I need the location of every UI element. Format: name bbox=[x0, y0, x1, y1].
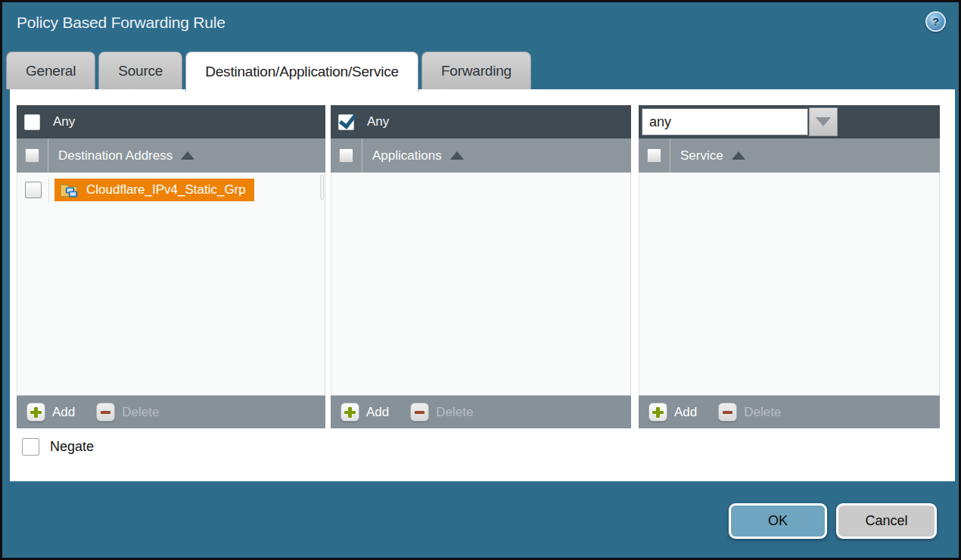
applications-panel: Any Applications Add Delete bbox=[331, 105, 631, 428]
service-footer: Add Delete bbox=[639, 395, 940, 428]
destination-list: Cloudflare_IPv4_Static_Grp bbox=[17, 173, 325, 395]
applications-delete-button[interactable]: Delete bbox=[410, 403, 473, 422]
sort-ascending-icon bbox=[450, 151, 464, 160]
tab-general[interactable]: General bbox=[6, 51, 95, 89]
delete-minus-icon bbox=[410, 403, 429, 422]
tab-destination-application-service[interactable]: Destination/Application/Service bbox=[185, 51, 418, 92]
service-delete-button[interactable]: Delete bbox=[718, 403, 781, 422]
destination-address-item[interactable]: Cloudflare_IPv4_Static_Grp bbox=[54, 179, 254, 201]
service-add-button[interactable]: Add bbox=[648, 403, 697, 422]
help-icon[interactable]: ? bbox=[925, 11, 946, 32]
applications-select-all-checkbox[interactable] bbox=[339, 148, 353, 163]
applications-any-label: Any bbox=[367, 114, 389, 129]
service-column-label: Service bbox=[680, 148, 723, 163]
destination-add-button[interactable]: Add bbox=[26, 403, 75, 422]
destination-any-header: Any bbox=[17, 105, 325, 138]
destination-address-item-label: Cloudflare_IPv4_Static_Grp bbox=[86, 182, 246, 198]
dialog-title: Policy Based Forwarding Rule bbox=[17, 14, 225, 32]
destination-row-checkbox[interactable] bbox=[25, 182, 42, 198]
tab-source[interactable]: Source bbox=[98, 51, 182, 89]
service-panel: any Service Add Del bbox=[639, 105, 940, 428]
tab-content: Any Destination Address bbox=[10, 89, 955, 481]
destination-column-header: Destination Address bbox=[17, 138, 325, 173]
destination-scrollbar[interactable] bbox=[320, 175, 324, 200]
delete-minus-icon bbox=[718, 403, 737, 422]
cancel-button[interactable]: Cancel bbox=[836, 503, 937, 539]
negate-label: Negate bbox=[50, 439, 94, 455]
negate-checkbox[interactable] bbox=[22, 438, 39, 456]
applications-column-header: Applications bbox=[331, 138, 631, 173]
service-select-all-checkbox[interactable] bbox=[647, 148, 661, 163]
service-column-header: Service bbox=[639, 138, 940, 173]
ok-button[interactable]: OK bbox=[729, 503, 827, 539]
applications-sort-control[interactable]: Applications bbox=[362, 138, 464, 173]
applications-footer: Add Delete bbox=[331, 395, 631, 428]
service-dropdown-button[interactable] bbox=[809, 107, 838, 136]
add-plus-icon bbox=[341, 403, 359, 422]
destination-select-all-checkbox[interactable] bbox=[25, 148, 39, 163]
sort-ascending-icon bbox=[181, 151, 194, 160]
policy-based-forwarding-dialog: Policy Based Forwarding Rule ? General S… bbox=[0, 0, 961, 560]
tab-forwarding[interactable]: Forwarding bbox=[421, 51, 531, 89]
destination-list-row: Cloudflare_IPv4_Static_Grp bbox=[17, 173, 325, 203]
service-list bbox=[639, 173, 940, 395]
sort-ascending-icon bbox=[732, 151, 745, 160]
destination-column-label: Destination Address bbox=[58, 148, 173, 163]
tab-bar: General Source Destination/Application/S… bbox=[6, 51, 531, 92]
destination-address-panel: Any Destination Address bbox=[17, 105, 325, 428]
destination-any-checkbox[interactable] bbox=[24, 114, 40, 130]
negate-row: Negate bbox=[22, 438, 94, 456]
destination-footer: Add Delete bbox=[17, 395, 325, 428]
add-plus-icon bbox=[26, 403, 45, 422]
destination-delete-button[interactable]: Delete bbox=[96, 403, 159, 422]
applications-any-header: Any bbox=[331, 105, 631, 138]
address-group-icon bbox=[60, 182, 79, 199]
service-dropdown[interactable]: any bbox=[642, 108, 808, 135]
chevron-down-icon bbox=[816, 117, 831, 126]
service-sort-control[interactable]: Service bbox=[670, 138, 745, 173]
delete-minus-icon bbox=[96, 403, 115, 422]
destination-any-label: Any bbox=[53, 114, 75, 129]
applications-any-checkbox[interactable] bbox=[338, 114, 354, 130]
add-plus-icon bbox=[648, 403, 667, 422]
applications-add-button[interactable]: Add bbox=[341, 403, 389, 422]
service-any-header: any bbox=[639, 105, 940, 138]
destination-sort-control[interactable]: Destination Address bbox=[48, 138, 194, 173]
applications-column-label: Applications bbox=[372, 148, 442, 163]
applications-list bbox=[331, 173, 631, 395]
